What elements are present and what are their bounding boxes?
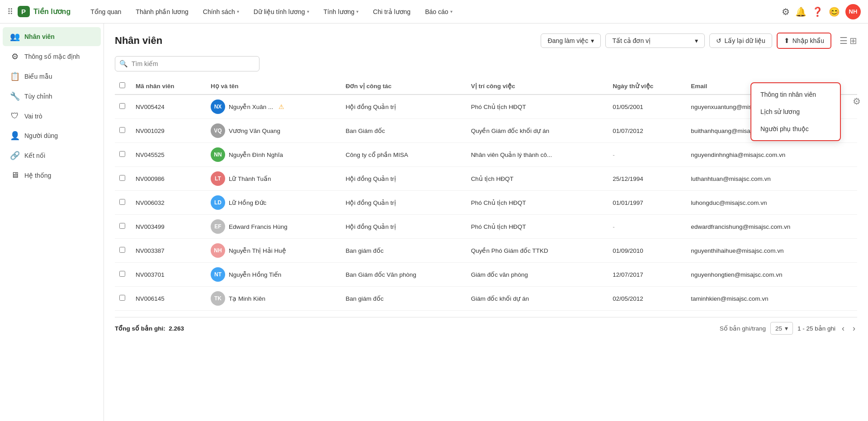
employee-trial-date: 01/07/2012 [608,119,686,143]
table-row: NV003499EFEdward Francis HùngHội đồng Qu… [115,215,857,239]
nhanvien-icon: 👥 [10,32,20,42]
list-view-icon[interactable]: ☰ [840,35,848,46]
employee-name-cell: NNNguyễn Đình Nghĩa [206,143,341,167]
employee-unit: Hội đồng Quản trị [341,191,467,215]
hethong-icon: 🖥 [10,170,20,180]
employee-name-cell: VQVương Văn Quang [206,119,341,143]
employee-email: nguyendinhnghia@misajsc.com.vn [686,143,857,167]
settings-icon[interactable]: ⚙ [782,6,790,17]
notification-icon[interactable]: 🔔 [795,6,807,17]
employee-email: nguyenthihaihue@misajsc.com.vn [686,239,857,263]
employee-position: Nhân viên Quản lý thành cô... [467,143,609,167]
sidebar-item-tuychinh[interactable]: 🔧 Tùy chỉnh [3,87,101,106]
employee-avatar: NT [211,267,225,282]
prev-page-button[interactable]: ‹ [840,324,846,333]
help-icon[interactable]: ❓ [812,6,823,17]
employee-id: NV000986 [131,167,206,191]
table-row: NV000986LTLữ Thành TuấnHội đồng Quản trị… [115,167,857,191]
sidebar-label: Biểu mẫu [24,73,52,80]
employee-unit: Ban giám đốc [341,287,467,311]
sidebar-item-hethong[interactable]: 🖥 Hệ thống [3,166,101,184]
row-checkbox[interactable] [119,223,125,229]
nav-item-thanhphan[interactable]: Thành phần lương [129,5,195,19]
total-value: 2.263 [169,325,184,332]
top-nav: ⠿ P Tiền lương Tổng quan Thành phần lươn… [0,0,868,24]
employee-avatar: TK [211,291,225,306]
sidebar-item-bieumau[interactable]: 📋 Biểu mẫu [3,67,101,86]
row-checkbox[interactable] [119,271,125,277]
search-bar: 🔍 [115,56,857,71]
logo-badge: P [18,6,30,17]
table-header: Mã nhân viên Họ và tên Đơn vị công tác V… [115,78,857,95]
employee-id: NV005424 [131,95,206,119]
employee-unit: Công ty cổ phần MISA [341,143,467,167]
sidebar-item-thongso[interactable]: ⚙ Thông số mặc định [3,47,101,66]
unit-dropdown[interactable]: Tất cả đơn vị ▾ [605,33,705,48]
employee-fullname: Nguyễn Hồng Tiến [229,271,281,278]
page-title: Nhân viên [115,35,162,47]
reload-button[interactable]: ↺ Lấy lại dữ liệu [709,33,772,48]
employee-position: Quyền Phó Giám đốc TTKD [467,239,609,263]
nav-item-chinhsach[interactable]: Chính sách▾ [197,5,245,19]
employee-fullname: Vương Văn Quang [229,127,280,134]
search-input[interactable] [115,56,259,71]
reload-label: Lấy lại dữ liệu [724,37,765,44]
nav-item-chitra[interactable]: Chi trả lương [367,5,417,19]
per-page-caret: ▾ [785,325,788,332]
employee-unit: Hội đồng Quản trị [341,215,467,239]
row-checkbox[interactable] [119,295,125,301]
employee-email: nguyenhongtien@misajsc.com.vn [686,263,857,287]
employee-unit: Ban giám đốc [341,239,467,263]
employee-position: Phó Chủ tịch HĐQT [467,215,609,239]
col-vitri: Vị trí công việc [467,78,609,95]
table-settings-icon[interactable]: ⚙ [853,96,861,107]
dropdown-item-lichsu[interactable]: Lịch sử lương [751,103,840,120]
sidebar-item-nhanvien[interactable]: 👥 Nhân viên [3,27,101,46]
page-header: Nhân viên Đang làm việc ▾ Tất cả đơn vị … [115,33,857,49]
grid-icon[interactable]: ⠿ [7,7,13,17]
employee-email: taminhkien@misajsc.com.vn [686,287,857,311]
import-button[interactable]: ⬆ Nhập khẩu [777,33,831,49]
col-ngaythu: Ngày thử việc [608,78,686,95]
face-icon[interactable]: 😊 [829,6,840,17]
sidebar-item-ketnoi[interactable]: 🔗 Kết nối [3,146,101,165]
employee-name-cell: NHNguyễn Thị Hải Huệ [206,239,341,263]
row-checkbox[interactable] [119,127,125,133]
employee-fullname: Tạ Minh Kiên [229,295,265,302]
table-row: NV005424NXNguyễn Xuân ...⚠Hội đồng Quản … [115,95,857,119]
dropdown-item-nguoiphuthuoc[interactable]: Người phụ thuộc [751,120,840,137]
per-page-dropdown[interactable]: 25 ▾ [770,322,793,335]
grid-view-icon[interactable]: ⊞ [849,35,857,46]
table-footer: Tổng số bản ghi: 2.263 Số bản ghi/trang … [115,317,857,335]
employee-position: Chủ tịch HĐQT [467,167,609,191]
row-checkbox[interactable] [119,151,125,157]
nav-item-tinhlương[interactable]: Tính lương▾ [317,5,365,19]
employee-unit: Ban Giám đốc Văn phòng [341,263,467,287]
header-actions: Đang làm việc ▾ Tất cả đơn vị ▾ ↺ Lấy lạ… [541,33,857,49]
employee-trial-date: 12/07/2017 [608,263,686,287]
col-donvi: Đơn vị công tác [341,78,467,95]
dropdown-item-thongtin[interactable]: Thông tin nhân viên [751,86,840,103]
employee-id: NV003701 [131,263,206,287]
user-avatar[interactable]: NH [845,4,861,19]
nav-item-dulieu[interactable]: Dữ liệu tính lương▾ [247,5,316,19]
nav-item-baocao[interactable]: Báo cáo▾ [419,5,458,19]
employee-trial-date: 01/05/2001 [608,95,686,119]
row-checkbox[interactable] [119,103,125,109]
sidebar-label: Vai trò [24,113,42,120]
status-dropdown[interactable]: Đang làm việc ▾ [541,33,601,48]
employee-fullname: Nguyễn Thị Hải Huệ [229,247,286,254]
sidebar-label: Người dùng [24,132,58,139]
nav-item-tongquan[interactable]: Tổng quan [84,5,127,19]
employee-avatar: NX [211,99,225,114]
row-checkbox[interactable] [119,175,125,181]
select-all-checkbox[interactable] [119,82,125,88]
sidebar-item-vaitro[interactable]: 🛡 Vai trò [3,107,101,125]
row-checkbox[interactable] [119,247,125,253]
next-page-button[interactable]: › [851,324,857,333]
page-range: 1 - 25 bản ghi [797,325,835,332]
table-row: NV003387NHNguyễn Thị Hải HuệBan giám đốc… [115,239,857,263]
row-checkbox[interactable] [119,199,125,205]
thongso-icon: ⚙ [10,52,20,61]
sidebar-item-nguoidung[interactable]: 👤 Người dùng [3,126,101,145]
